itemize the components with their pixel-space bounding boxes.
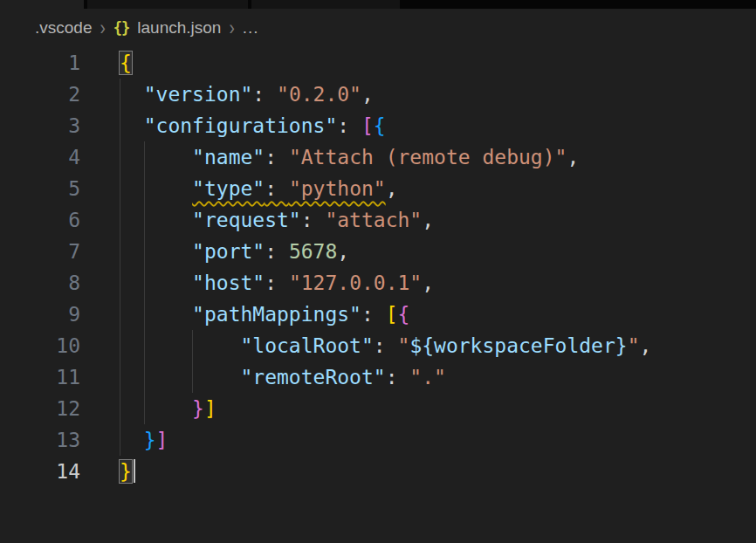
code-line[interactable]: 3 "configurations": [{ <box>0 110 756 141</box>
breadcrumb: .vscode › {} launch.json › ... <box>0 9 756 47</box>
code-token: , <box>567 146 579 168</box>
breadcrumb-file[interactable]: launch.json <box>137 18 221 38</box>
code-token <box>120 303 192 326</box>
line-number[interactable]: 10 <box>0 330 80 361</box>
code-line[interactable]: 12 }] <box>0 393 756 424</box>
line-number[interactable]: 7 <box>0 236 80 267</box>
code-token: "host" <box>192 272 265 294</box>
code-token: "request" <box>192 209 301 231</box>
code-token: ${workspaceFolder} <box>409 334 627 357</box>
code-token: : <box>386 366 410 388</box>
code-token <box>120 114 144 137</box>
code-token: { <box>374 114 386 137</box>
code-token: , <box>361 83 374 106</box>
line-number[interactable]: 4 <box>0 141 80 173</box>
line-number[interactable]: 12 <box>0 393 80 424</box>
code-token: "." <box>409 366 446 388</box>
line-content[interactable]: "version": "0.2.0", <box>80 79 374 110</box>
code-token: : <box>361 303 386 326</box>
line-content[interactable]: "name": "Attach (remote debug)", <box>80 141 579 173</box>
code-line[interactable]: 7 "port": 5678, <box>0 236 756 267</box>
line-content[interactable]: "configurations": [{ <box>80 110 386 141</box>
code-token: , <box>422 209 434 231</box>
code-token <box>120 146 192 168</box>
code-token: } <box>144 429 156 451</box>
line-content[interactable]: }] <box>80 393 216 424</box>
code-line[interactable]: 9 "pathMappings": [{ <box>0 299 756 330</box>
line-number[interactable]: 2 <box>0 79 80 110</box>
code-token: "port" <box>192 240 265 263</box>
code-token: " <box>628 334 640 357</box>
code-token <box>120 397 192 420</box>
code-lines: 1{2 "version": "0.2.0",3 "configurations… <box>0 47 756 487</box>
code-token: { <box>398 303 410 326</box>
code-line[interactable]: 2 "version": "0.2.0", <box>0 79 756 110</box>
active-tab-edge[interactable] <box>0 0 84 9</box>
code-line[interactable]: 10 "localRoot": "${workspaceFolder}", <box>0 330 756 361</box>
line-number[interactable]: 11 <box>0 361 80 393</box>
line-number[interactable]: 8 <box>0 267 80 299</box>
line-number[interactable]: 1 <box>0 47 80 79</box>
code-token: "configurations" <box>144 114 338 137</box>
code-token: "0.2.0" <box>277 83 361 106</box>
line-content[interactable]: "pathMappings": [{ <box>80 299 409 330</box>
line-content[interactable]: }] <box>80 424 168 456</box>
line-number[interactable]: 5 <box>0 173 80 204</box>
inactive-tab-edge[interactable] <box>251 0 400 9</box>
code-token: [ <box>361 114 374 137</box>
line-content[interactable]: "request": "attach", <box>80 204 434 236</box>
code-token <box>120 240 192 263</box>
code-token <box>120 366 240 388</box>
code-token: : <box>265 177 289 200</box>
code-token: "pathMappings" <box>192 303 361 326</box>
line-content[interactable]: } <box>80 456 135 487</box>
code-token: "Attach (remote debug)" <box>289 146 567 168</box>
code-token <box>120 334 240 357</box>
inactive-tab-edge[interactable] <box>87 0 248 9</box>
breadcrumb-symbol-path[interactable]: ... <box>243 18 259 38</box>
code-token <box>120 83 144 106</box>
code-line[interactable]: 4 "name": "Attach (remote debug)", <box>0 141 756 173</box>
json-file-icon: {} <box>113 19 129 37</box>
code-line[interactable]: 8 "host": "127.0.0.1", <box>0 267 756 299</box>
code-line[interactable]: 5 "type": "python", <box>0 173 756 204</box>
code-token <box>120 177 192 200</box>
line-number[interactable]: 13 <box>0 424 80 456</box>
code-token: } <box>120 460 132 483</box>
code-line[interactable]: 14} <box>0 456 756 487</box>
line-content[interactable]: "remoteRoot": "." <box>80 361 446 393</box>
code-token: "127.0.0.1" <box>289 272 422 294</box>
line-content[interactable]: { <box>80 47 132 79</box>
code-token: , <box>422 272 434 294</box>
line-content[interactable]: "localRoot": "${workspaceFolder}", <box>80 330 651 361</box>
line-number[interactable]: 3 <box>0 110 80 141</box>
line-number[interactable]: 14 <box>0 456 80 487</box>
code-token: } <box>192 397 204 420</box>
code-line[interactable]: 13 }] <box>0 424 756 456</box>
tab-bar-edge <box>0 0 756 9</box>
code-line[interactable]: 6 "request": "attach", <box>0 204 756 236</box>
breadcrumb-folder[interactable]: .vscode <box>35 18 92 38</box>
code-token: , <box>386 177 398 200</box>
text-cursor <box>134 459 135 483</box>
line-content[interactable]: "port": 5678, <box>80 236 349 267</box>
code-line[interactable]: 1{ <box>0 47 756 79</box>
line-content[interactable]: "type": "python", <box>80 173 398 204</box>
code-token: " <box>398 334 410 357</box>
editor[interactable]: 1{2 "version": "0.2.0",3 "configurations… <box>0 47 756 487</box>
code-token: "version" <box>144 83 253 106</box>
line-content[interactable]: "host": "127.0.0.1", <box>80 267 434 299</box>
code-token: : <box>265 146 289 168</box>
code-token: : <box>265 272 289 294</box>
line-number[interactable]: 6 <box>0 204 80 236</box>
code-token: "localRoot" <box>240 334 373 357</box>
code-token: "python" <box>289 177 386 200</box>
code-token <box>120 429 144 451</box>
code-line[interactable]: 11 "remoteRoot": "." <box>0 361 756 393</box>
line-number[interactable]: 9 <box>0 299 80 330</box>
code-token: : <box>252 83 277 106</box>
chevron-right-icon: › <box>100 16 105 40</box>
code-token: "name" <box>192 146 265 168</box>
code-token: "attach" <box>325 209 422 231</box>
code-token <box>120 272 192 294</box>
